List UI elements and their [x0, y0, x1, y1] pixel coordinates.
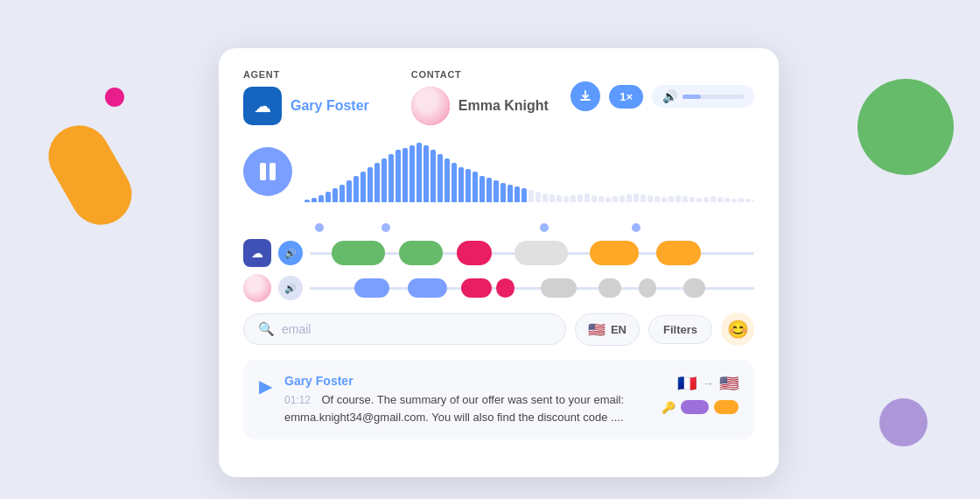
- pause-button[interactable]: [243, 147, 292, 196]
- agent-name: Gary Foster: [290, 98, 369, 114]
- waveform-bar: [410, 145, 415, 202]
- waveform-bar: [724, 198, 730, 202]
- waveform-bar: [612, 196, 618, 202]
- volume-control[interactable]: 🔊: [652, 85, 754, 108]
- waveform-bar: [346, 180, 352, 202]
- waveform-bar: [312, 198, 317, 202]
- fr-flag-icon: 🇫🇷: [677, 374, 696, 393]
- transcript-body: 01:12 Of course. The summary of our offe…: [284, 391, 649, 425]
- waveform-bar: [570, 195, 576, 202]
- contact-avatar: [411, 87, 450, 125]
- waveform-bar: [710, 196, 716, 202]
- waveform-bar: [332, 188, 338, 202]
- waveform-bar: [662, 197, 667, 202]
- language-button[interactable]: 🇺🇸 EN: [575, 313, 640, 346]
- waveform-bar: [634, 193, 639, 202]
- waveform-bar: [592, 195, 597, 202]
- svg-rect-0: [260, 163, 266, 180]
- waveform-bar: [318, 195, 324, 202]
- waveform-bar: [360, 172, 366, 202]
- badge-orange: [714, 400, 738, 414]
- waveform-bar: [564, 196, 569, 202]
- waveform-bar: [326, 192, 331, 202]
- waveform-bar: [752, 200, 754, 202]
- speed-button[interactable]: 1×: [609, 85, 643, 109]
- header-row: AGENT ☁ Gary Foster CONTACT Emma Knight: [243, 69, 754, 125]
- bg-decoration-orange: [38, 115, 144, 236]
- salesforce-icon: ☁: [254, 95, 271, 116]
- contact-segment: [408, 278, 448, 298]
- translation-badge-row: 🇫🇷 → 🇺🇸: [677, 374, 738, 393]
- volume-bar[interactable]: [682, 95, 744, 99]
- transcript-card: ▶ Gary Foster 01:12 Of course. The summa…: [243, 360, 754, 439]
- contact-track-row: 🔊: [243, 274, 754, 302]
- filters-button[interactable]: Filters: [648, 315, 712, 344]
- waveform-bar: [494, 180, 499, 202]
- contact-section: CONTACT Emma Knight: [411, 69, 549, 125]
- waveform-bar: [514, 186, 520, 202]
- agent-track-avatar: ☁: [243, 239, 271, 267]
- svg-rect-1: [270, 163, 276, 180]
- search-box[interactable]: 🔍 email: [243, 313, 566, 345]
- waveform-bar: [584, 193, 590, 202]
- waveform-bar: [620, 195, 625, 202]
- agent-segment: [514, 241, 568, 265]
- waveform-bar: [704, 197, 709, 202]
- bg-decoration-green: [858, 79, 954, 175]
- agent-label: AGENT: [243, 69, 369, 80]
- waveform-bar: [550, 194, 555, 202]
- waveform-bar: [374, 163, 380, 202]
- agent-segment: [656, 241, 701, 265]
- emoji-button[interactable]: 😊: [721, 313, 754, 346]
- waveform-bar: [500, 183, 506, 202]
- contact-sound-icon: 🔊: [284, 283, 297, 294]
- timeline-marker-3: [540, 223, 549, 232]
- waveform-bar: [606, 197, 611, 202]
- waveform-bar: [486, 178, 492, 202]
- contact-track-avatar: [243, 274, 271, 302]
- waveform-bar: [430, 150, 436, 202]
- bg-decoration-purple: [879, 398, 928, 446]
- key-icon: 🔑: [662, 401, 676, 414]
- agent-info: ☁ Gary Foster: [243, 87, 369, 125]
- contact-segment: [683, 278, 705, 298]
- contact-info: Emma Knight: [411, 87, 549, 125]
- waveform-bar: [382, 158, 387, 202]
- contact-sound-btn[interactable]: 🔊: [278, 276, 303, 300]
- waveform-bar: [528, 190, 534, 202]
- agent-section: AGENT ☁ Gary Foster: [243, 69, 369, 125]
- contact-segment: [496, 278, 514, 298]
- waveform-bar: [640, 194, 646, 202]
- us-flag-icon-2: 🇺🇸: [719, 374, 738, 393]
- download-button[interactable]: [570, 81, 600, 111]
- waveform-bar: [738, 198, 744, 202]
- agent-avatar: ☁: [243, 87, 282, 125]
- waveform-bar: [732, 199, 737, 202]
- waveform-bar: [304, 200, 310, 202]
- language-label: EN: [611, 323, 626, 336]
- agent-segment: [399, 241, 444, 265]
- waveform-bar: [452, 163, 457, 202]
- agent-sound-btn[interactable]: 🔊: [278, 241, 303, 265]
- transcript-text: Of course. The summary of our offer was …: [284, 393, 624, 424]
- waveform-section: [243, 141, 754, 202]
- contact-label: CONTACT: [411, 69, 549, 80]
- controls-row: 1× 🔊: [570, 81, 754, 111]
- waveform-bar: [458, 167, 464, 202]
- waveform-bar: [556, 195, 562, 202]
- emoji-icon: 😊: [727, 319, 749, 340]
- transcript-speaker: Gary Foster: [284, 374, 649, 388]
- timeline-marker-2: [382, 223, 390, 232]
- contact-segment: [541, 278, 577, 298]
- waveform-bar: [536, 192, 541, 202]
- agent-track-row: ☁ 🔊: [243, 239, 754, 267]
- waveform-bar: [402, 148, 408, 202]
- transcript-content: Gary Foster 01:12 Of course. The summary…: [284, 374, 649, 425]
- arrow-icon: →: [702, 376, 714, 390]
- main-card: AGENT ☁ Gary Foster CONTACT Emma Knight: [219, 48, 779, 477]
- waveform-bar: [626, 194, 632, 202]
- waveform[interactable]: [304, 141, 754, 202]
- timeline-row: [243, 214, 754, 232]
- transcript-play-button[interactable]: ▶: [259, 376, 272, 397]
- badge-purple: [681, 400, 709, 414]
